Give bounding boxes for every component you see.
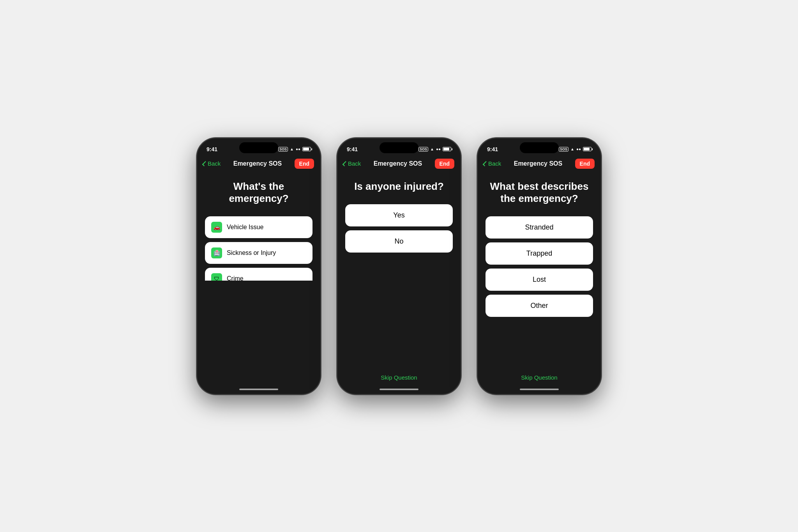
skip-question-2[interactable]: Skip Question (345, 374, 453, 381)
signal-icon-3: ▲ (570, 147, 574, 151)
option-label-trapped: Trapped (526, 249, 552, 258)
option-crime[interactable]: 🛡 Crime (205, 268, 312, 281)
option-label-no: No (394, 237, 403, 246)
spacer-1 (197, 281, 320, 389)
signal-icon-2: ▲ (430, 147, 434, 151)
option-label-other: Other (530, 302, 548, 310)
nav-title-1: Emergency SOS (233, 160, 282, 167)
screen-content-1: What's theemergency? 🚗 Vehicle Issue 🏥 S… (197, 173, 320, 281)
signal-dots-1: ●● (296, 147, 300, 151)
medical-icon: 🏥 (211, 247, 222, 258)
screen-content-2: Is anyone injured? Yes No Skip Question (337, 173, 461, 389)
option-stranded[interactable]: Stranded (486, 216, 593, 239)
back-button-3[interactable]: Back (484, 160, 501, 167)
dynamic-island-1 (239, 142, 278, 153)
home-indicator-3 (520, 389, 559, 390)
chevron-left-icon-2 (343, 161, 348, 166)
home-indicator-1 (239, 389, 278, 390)
back-label-3: Back (488, 160, 501, 167)
status-right-1: SOS ▲ ●● (278, 147, 311, 152)
battery-icon-3 (583, 147, 591, 151)
spacer-2 (345, 253, 453, 374)
option-trapped[interactable]: Trapped (486, 242, 593, 265)
back-label-2: Back (348, 160, 361, 167)
status-time-1: 9:41 (207, 146, 217, 152)
option-label-sickness: Sickness or Injury (227, 249, 276, 256)
phone-2: 9:41 SOS ▲ ●● Back Emergency SOS End Is … (337, 138, 461, 395)
dynamic-island-3 (520, 142, 559, 153)
nav-title-2: Emergency SOS (374, 160, 422, 167)
option-list-2: Yes No (345, 204, 453, 253)
chevron-left-icon-1 (202, 161, 207, 166)
option-other[interactable]: Other (486, 295, 593, 317)
battery-icon-1 (302, 147, 311, 151)
end-button-3[interactable]: End (575, 159, 595, 169)
dynamic-island-2 (380, 142, 418, 153)
signal-icon-1: ▲ (290, 147, 294, 151)
question-title-3: What best describesthe emergency? (486, 180, 593, 205)
option-list-3: Stranded Trapped Lost Other (486, 216, 593, 317)
car-icon: 🚗 (211, 222, 222, 233)
skip-question-3[interactable]: Skip Question (486, 374, 593, 381)
status-time-3: 9:41 (487, 146, 498, 152)
question-title-2: Is anyone injured? (345, 180, 453, 193)
option-yes[interactable]: Yes (345, 204, 453, 226)
shield-icon: 🛡 (211, 273, 222, 281)
nav-bar-1: Back Emergency SOS End (197, 157, 320, 173)
option-no[interactable]: No (345, 230, 453, 253)
option-label-vehicle: Vehicle Issue (227, 224, 263, 231)
back-label-1: Back (208, 160, 221, 167)
option-label-crime: Crime (227, 275, 244, 281)
sos-badge-1: SOS (278, 147, 288, 152)
option-sickness-injury[interactable]: 🏥 Sickness or Injury (205, 242, 312, 264)
status-time-2: 9:41 (347, 146, 358, 152)
question-title-1: What's theemergency? (205, 180, 312, 205)
phone-1: 9:41 SOS ▲ ●● Back Emergency SOS End Wha… (196, 138, 321, 395)
back-button-2[interactable]: Back (344, 160, 361, 167)
home-indicator-2 (380, 389, 418, 390)
battery-icon-2 (443, 147, 451, 151)
status-right-2: SOS ▲ ●● (418, 147, 451, 152)
option-lost[interactable]: Lost (486, 269, 593, 291)
nav-bar-2: Back Emergency SOS End (337, 157, 461, 173)
screen-content-3: What best describesthe emergency? Strand… (478, 173, 601, 389)
end-button-1[interactable]: End (295, 159, 314, 169)
option-list-1: 🚗 Vehicle Issue 🏥 Sickness or Injury 🛡 C… (205, 216, 312, 281)
option-label-yes: Yes (393, 211, 404, 219)
chevron-left-icon-3 (483, 161, 488, 166)
spacer-3 (486, 317, 593, 374)
sos-badge-2: SOS (418, 147, 428, 152)
back-button-1[interactable]: Back (203, 160, 221, 167)
phone-container: 9:41 SOS ▲ ●● Back Emergency SOS End Wha… (196, 138, 602, 395)
option-label-lost3: Lost (533, 276, 546, 284)
nav-bar-3: Back Emergency SOS End (478, 157, 601, 173)
option-label-stranded: Stranded (525, 223, 553, 232)
signal-dots-2: ●● (436, 147, 441, 151)
status-right-3: SOS ▲ ●● (559, 147, 591, 152)
nav-title-3: Emergency SOS (514, 160, 563, 167)
phone-3: 9:41 SOS ▲ ●● Back Emergency SOS End Wha… (477, 138, 602, 395)
option-vehicle-issue[interactable]: 🚗 Vehicle Issue (205, 216, 312, 238)
end-button-2[interactable]: End (435, 159, 454, 169)
signal-dots-3: ●● (576, 147, 581, 151)
sos-badge-3: SOS (559, 147, 568, 152)
